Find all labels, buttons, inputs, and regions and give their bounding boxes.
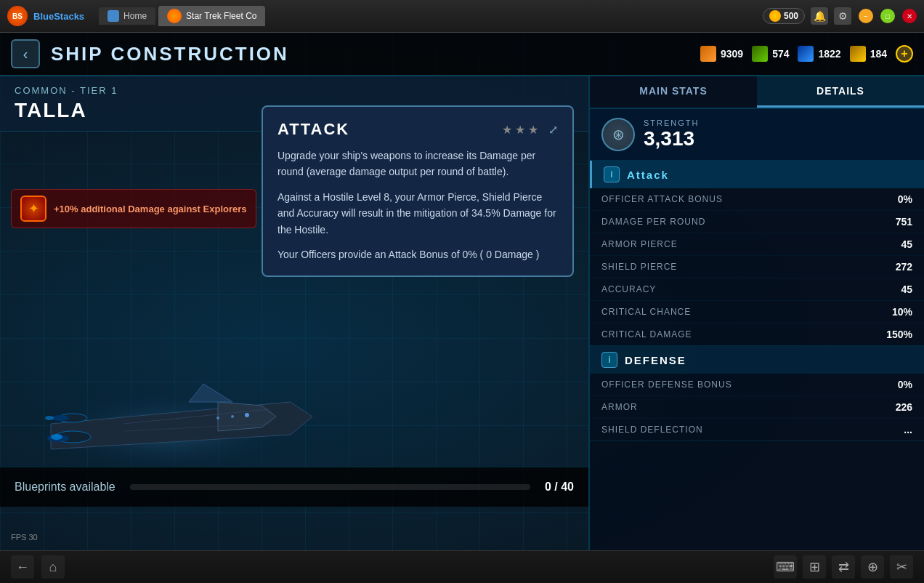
star-2: ★ [515,123,525,137]
tooltip-paragraph-2: Against a Hostile Level 8, your Armor Pi… [277,189,558,238]
bonus-icon [20,196,46,222]
stat-name: SHIELD PIERCE [601,262,677,272]
tooltip-stars: ★ ★ ★ [502,123,538,137]
coin-icon [769,10,781,22]
defense-section-icon: i [601,352,617,368]
coin-display: 500 [763,8,805,24]
svg-point-6 [52,415,69,421]
ore-icon [700,46,716,62]
ship-bonus: +10% additional Damage against Explorers [11,189,256,228]
notification-btn[interactable]: 🔔 [811,7,828,25]
stat-row: ARMOR 226 [590,396,924,419]
stat-value: 0% [898,193,912,205]
taskbar-rotate-btn[interactable]: ⇄ [832,555,855,579]
game-tab-icon [167,9,182,23]
tooltip-expand-btn[interactable]: ⤢ [548,123,558,137]
home-tab-icon [108,10,119,22]
attack-section-title: Attack [627,169,669,181]
svg-point-7 [51,434,62,440]
blueprint-count: 0 / 40 [545,481,574,494]
blue-resource: 1822 [798,46,840,62]
stat-row: ACCURACY 45 [590,278,924,301]
attack-section-icon[interactable]: i [604,166,620,182]
stat-name: OFFICER DEFENSE BONUS [601,379,732,390]
tooltip-body: Upgrade your ship's weapons to increase … [277,148,558,262]
blueprint-progress-bar [130,484,530,490]
green-icon [752,46,768,62]
home-tab[interactable]: Home [99,7,155,25]
stat-name: CRITICAL DAMAGE [601,329,692,339]
maximize-btn[interactable]: □ [880,9,895,23]
taskbar-screen-btn[interactable]: ⊞ [803,555,826,579]
star-1: ★ [502,123,512,137]
gold-resource: 184 [850,46,887,62]
titlebar-right: 500 🔔 ⚙ − □ ✕ [763,7,917,25]
game-area: ‹ SHIP CONSTRUCTION 9309 574 1822 184 + [0,33,924,550]
attack-tooltip: ATTACK ★ ★ ★ ⤢ Upgrade your ship's weapo… [262,105,574,277]
star-3: ★ [528,123,538,137]
add-resource-btn[interactable]: + [896,45,913,63]
stat-value: 45 [901,284,912,295]
defense-section-header[interactable]: i DEFENSE [590,346,924,374]
taskbar-location-btn[interactable]: ⊕ [861,555,884,579]
taskbar-back-btn[interactable]: ← [11,555,34,579]
stat-row: DAMAGE PER ROUND 751 [590,211,924,233]
stat-row: CRITICAL CHANCE 10% [590,301,924,323]
stat-name: SHIELD DEFLECTION [601,425,703,435]
taskbar-screenshot-btn[interactable]: ✂ [890,555,913,579]
gold-value: 184 [870,48,887,60]
svg-point-14 [216,417,219,419]
game-tab[interactable]: Star Trek Fleet Co [158,6,265,26]
stat-name: ARMOR [601,402,638,412]
tooltip-paragraph-1: Upgrade your ship's weapons to increase … [277,148,558,180]
stat-name: ARMOR PIERCE [601,239,678,249]
taskbar-home-btn[interactable]: ⌂ [41,555,65,579]
defense-stats-container: OFFICER DEFENSE BONUS 0% ARMOR 226 SHIEL… [590,374,924,441]
taskbar-right: ⌨ ⊞ ⇄ ⊕ ✂ [774,555,913,579]
stat-row: OFFICER ATTACK BONUS 0% [590,188,924,211]
tab-details[interactable]: DETAILS [757,76,924,108]
top-bar: ‹ SHIP CONSTRUCTION 9309 574 1822 184 + [0,33,924,76]
strength-row: ⊛ STRENGTH 3,313 [590,109,924,161]
defense-section: i DEFENSE OFFICER DEFENSE BONUS 0% ARMOR… [590,346,924,441]
stat-row: OFFICER DEFENSE BONUS 0% [590,374,924,396]
minimize-btn[interactable]: − [859,9,873,23]
strength-info: STRENGTH 3,313 [644,118,700,150]
blueprint-label: Blueprints available [15,481,115,494]
game-tab-label: Star Trek Fleet Co [186,11,256,21]
stat-value: 751 [896,216,912,228]
green-resource: 574 [752,46,789,62]
blue-value: 1822 [818,48,840,60]
tooltip-header: ATTACK ★ ★ ★ ⤢ [277,120,558,139]
attack-section: i Attack OFFICER ATTACK BONUS 0% DAMAGE … [590,161,924,346]
attack-stats-container: OFFICER ATTACK BONUS 0% DAMAGE PER ROUND… [590,188,924,345]
tab-main-stats[interactable]: MAIN STATS [590,76,757,108]
ship-tier: COMMON - TIER 1 [15,85,574,96]
taskbar-keyboard-btn[interactable]: ⌨ [774,555,797,579]
settings-btn[interactable]: ⚙ [834,7,851,25]
ore-value: 9309 [721,48,743,60]
gold-icon [850,46,866,62]
blueprints-bar: Blueprints available 0 / 40 [0,467,588,507]
tooltip-paragraph-3: Your Officers provide an Attack Bonus of… [277,246,558,262]
attack-section-header[interactable]: i Attack [590,161,924,188]
stat-value: 150% [886,329,912,340]
strength-value: 3,313 [644,127,700,150]
resource-bar: 9309 574 1822 184 + [700,45,913,63]
stat-row: ARMOR PIERCE 45 [590,233,924,256]
svg-point-13 [231,415,234,418]
back-button[interactable]: ‹ [11,39,40,68]
close-btn[interactable]: ✕ [902,9,917,23]
stat-name: ACCURACY [601,284,656,294]
bluestacks-logo: BS [7,6,28,26]
stat-name: CRITICAL CHANCE [601,307,691,317]
stat-value: 226 [896,401,912,413]
stat-row: SHIELD DEFLECTION ... [590,419,924,441]
tooltip-title: ATTACK [277,120,349,139]
strength-label: STRENGTH [644,118,700,127]
brand-name: BlueStacks [33,11,84,22]
taskbar: ← ⌂ ⌨ ⊞ ⇄ ⊕ ✂ [0,550,924,583]
ore-resource: 9309 [700,46,743,62]
stat-value: 45 [901,238,912,250]
svg-point-8 [45,416,54,420]
